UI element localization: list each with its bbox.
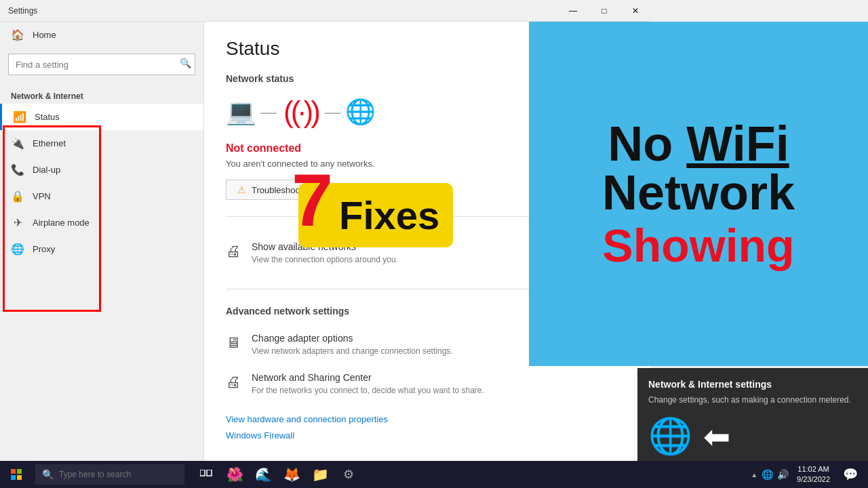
airplane-icon: ✈ bbox=[11, 216, 24, 229]
taskbar-search-input[interactable] bbox=[59, 470, 167, 479]
sidebar-section-label: Network & Internet bbox=[0, 86, 203, 104]
notif-title: Network & Internet settings bbox=[648, 379, 857, 390]
svg-rect-1 bbox=[17, 469, 22, 474]
svg-rect-2 bbox=[11, 475, 16, 480]
notif-arrow-icon: ⬅ bbox=[703, 418, 730, 455]
sidebar-item-label-airplane: Airplane mode bbox=[33, 218, 90, 228]
change-adapter-title: Change adapter options bbox=[252, 333, 453, 344]
search-icon: 🔍 bbox=[180, 58, 191, 68]
sidebar-item-label-home: Home bbox=[33, 30, 56, 40]
change-adapter-desc: View network adapters and change connect… bbox=[252, 346, 453, 356]
title-bar-title: Settings bbox=[8, 6, 557, 16]
taskbar-taskview-button[interactable] bbox=[193, 461, 220, 488]
dash1: — bbox=[260, 102, 277, 121]
title-bar-controls: — □ ✕ bbox=[557, 0, 651, 22]
sidebar-item-label-proxy: Proxy bbox=[33, 244, 55, 254]
sharing-icon: 🖨 bbox=[226, 373, 241, 391]
overlay-showing: Showing bbox=[602, 222, 794, 268]
sidebar-item-airplane[interactable]: ✈ Airplane mode bbox=[0, 209, 203, 236]
wifi-signal-icon: ((·)) bbox=[283, 95, 318, 129]
warning-icon: ⚠ bbox=[237, 184, 246, 195]
status-icon: 📶 bbox=[13, 110, 26, 123]
svg-rect-0 bbox=[11, 469, 16, 474]
sidebar-item-label-vpn: VPN bbox=[33, 191, 51, 201]
notification-popup: Network & Internet settings Change setti… bbox=[637, 368, 868, 468]
taskbar-network-icon[interactable]: 🌐 bbox=[762, 469, 773, 480]
taskbar-speaker-icon[interactable]: 🔊 bbox=[777, 469, 789, 480]
taskbar-notification-button[interactable]: 💬 bbox=[838, 461, 863, 488]
close-button[interactable]: ✕ bbox=[620, 0, 651, 22]
notif-bottom: 🌐 ⬅ bbox=[648, 415, 857, 457]
overlay-line1: No WiFi bbox=[608, 117, 789, 171]
sidebar-item-home[interactable]: 🏠 Home bbox=[0, 22, 203, 48]
sidebar-item-proxy[interactable]: 🌐 Proxy bbox=[0, 236, 203, 262]
sidebar-item-ethernet[interactable]: 🔌 Ethernet bbox=[0, 130, 203, 157]
laptop-icon: 💻 bbox=[226, 98, 256, 126]
home-icon: 🏠 bbox=[11, 28, 24, 41]
fixes-overlay: 7 Fixes bbox=[298, 183, 453, 247]
proxy-icon: 🌐 bbox=[11, 243, 24, 256]
sidebar-item-label-dialup: Dial-up bbox=[33, 165, 60, 175]
fixes-number: 7 bbox=[292, 163, 333, 237]
sidebar-item-label-status: Status bbox=[35, 112, 60, 122]
overlay-line2: Network bbox=[602, 165, 795, 220]
overlay-title: No WiFi Network bbox=[602, 119, 795, 217]
title-bar: Settings — □ ✕ bbox=[0, 0, 651, 22]
sidebar-item-vpn[interactable]: 🔒 VPN bbox=[0, 183, 203, 209]
dash2: — bbox=[325, 102, 341, 121]
change-adapter-text: Change adapter options View network adap… bbox=[252, 333, 453, 356]
sidebar-item-dialup[interactable]: 📞 Dial-up bbox=[0, 157, 203, 183]
taskbar-search[interactable]: 🔍 bbox=[35, 464, 184, 485]
taskbar-explorer-button[interactable]: 📁 bbox=[307, 461, 334, 488]
show-networks-desc: View the connection options around you. bbox=[252, 255, 398, 264]
sharing-center-title: Network and Sharing Center bbox=[252, 372, 484, 383]
taskbar-settings-button[interactable]: ⚙ bbox=[335, 461, 362, 488]
fixes-banner: 7 Fixes bbox=[298, 183, 453, 247]
taskbar-clock[interactable]: 11:02 AM 9/23/2022 bbox=[791, 464, 835, 485]
ethernet-icon: 🔌 bbox=[11, 137, 24, 150]
minimize-button[interactable]: — bbox=[557, 0, 589, 22]
taskview-icon bbox=[200, 470, 212, 479]
taskbar-expand-icon[interactable]: ▲ bbox=[751, 471, 757, 479]
view-hardware-link[interactable]: View hardware and connection properties bbox=[226, 414, 388, 424]
dialup-icon: 📞 bbox=[11, 163, 24, 176]
globe-icon: 🌐 bbox=[345, 98, 376, 126]
sidebar-item-label-ethernet: Ethernet bbox=[33, 138, 66, 148]
windows-logo-icon bbox=[11, 469, 22, 480]
start-button[interactable] bbox=[0, 461, 33, 488]
show-networks-icon: 🖨 bbox=[226, 243, 241, 260]
notif-globe-icon: 🌐 bbox=[648, 415, 692, 457]
notif-desc: Change settings, such as making a connec… bbox=[648, 395, 857, 405]
overlay-graphic: No WiFi Network Showing bbox=[529, 22, 868, 366]
clock-time: 11:02 AM bbox=[797, 464, 830, 474]
vpn-icon: 🔒 bbox=[11, 190, 24, 203]
svg-rect-3 bbox=[17, 475, 22, 480]
taskbar: 🔍 🌺 🌊 🦊 📁 ⚙ ▲ 🌐 🔊 11:02 AM 9/23/2022 💬 bbox=[0, 461, 868, 488]
taskbar-search-icon: 🔍 bbox=[42, 469, 54, 480]
adapter-icon: 🖥 bbox=[226, 334, 241, 352]
sharing-center-option[interactable]: 🖨 Network and Sharing Center For the net… bbox=[226, 364, 629, 403]
svg-rect-5 bbox=[207, 470, 212, 476]
sharing-center-text: Network and Sharing Center For the netwo… bbox=[252, 372, 484, 395]
sidebar: 🏠 Home 🔍 Network & Internet 📶 Status 🔌 E… bbox=[0, 22, 203, 488]
fixes-text: Fixes bbox=[339, 193, 439, 237]
svg-rect-4 bbox=[200, 470, 205, 476]
search-input[interactable] bbox=[8, 54, 195, 75]
taskbar-right: ▲ 🌐 🔊 11:02 AM 9/23/2022 💬 bbox=[751, 461, 868, 488]
taskbar-sys-icons: ▲ 🌐 🔊 bbox=[751, 469, 789, 480]
taskbar-icons: 🌺 🌊 🦊 📁 ⚙ bbox=[193, 461, 362, 488]
firewall-link[interactable]: Windows Firewall bbox=[226, 430, 294, 441]
clock-date: 9/23/2022 bbox=[797, 474, 830, 485]
taskbar-edge-button[interactable]: 🌊 bbox=[250, 461, 277, 488]
taskbar-flower-button[interactable]: 🌺 bbox=[221, 461, 248, 488]
taskbar-firefox-button[interactable]: 🦊 bbox=[278, 461, 305, 488]
search-box: 🔍 bbox=[8, 54, 195, 75]
sidebar-item-status[interactable]: 📶 Status bbox=[0, 104, 203, 130]
maximize-button[interactable]: □ bbox=[589, 0, 620, 22]
sharing-center-desc: For the networks you connect to, decide … bbox=[252, 386, 484, 395]
